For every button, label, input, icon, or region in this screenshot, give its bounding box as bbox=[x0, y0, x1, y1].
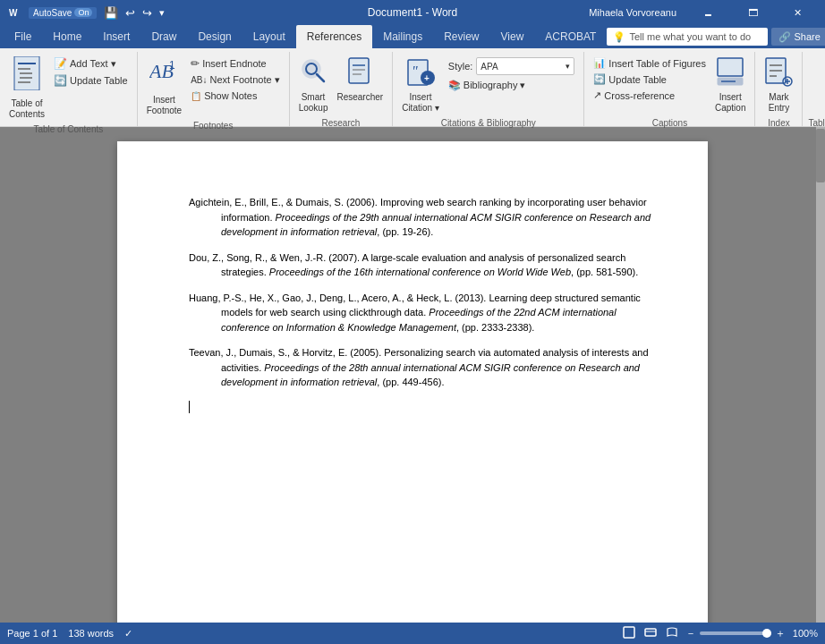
print-layout-button[interactable] bbox=[621, 626, 637, 641]
scrollbar-track[interactable] bbox=[816, 127, 825, 623]
update-table2-button[interactable]: 🔄 Update Table bbox=[590, 72, 710, 87]
undo-icon[interactable]: ↩ bbox=[125, 6, 135, 20]
svg-text:+: + bbox=[424, 73, 430, 83]
captions-group-content: 📊 Insert Table of Figures 🔄 Update Table… bbox=[590, 52, 749, 116]
svg-rect-36 bbox=[624, 627, 634, 638]
table-of-contents-button[interactable]: Table ofContents bbox=[5, 54, 48, 123]
insert-caption-button[interactable]: InsertCaption bbox=[711, 54, 749, 116]
mark-entry-label: MarkEntry bbox=[769, 92, 789, 114]
mark-entry-button[interactable]: MarkEntry bbox=[761, 54, 796, 116]
toc-small-buttons: 📝 Add Text ▾ 🔄 Update Table bbox=[50, 54, 132, 89]
tab-insert[interactable]: Insert bbox=[92, 25, 140, 48]
svg-rect-21 bbox=[718, 58, 743, 76]
tab-design[interactable]: Design bbox=[187, 25, 242, 48]
research-group-content: SmartLookup Researcher bbox=[295, 52, 387, 116]
status-bar: Page 1 of 1 138 words ✓ － ＋ 100% bbox=[0, 623, 825, 644]
zoom-slider[interactable] bbox=[700, 631, 771, 635]
tab-draw[interactable]: Draw bbox=[140, 25, 187, 48]
tab-mailings[interactable]: Mailings bbox=[372, 25, 433, 48]
title-bar-right: Mihaela Vorvoreanu 🗕 🗖 ✕ bbox=[589, 0, 818, 25]
ribbon-group-authorities: MarkCitation Table of Authorities bbox=[803, 52, 825, 126]
style-dropdown[interactable]: Style: APA ▾ bbox=[445, 55, 579, 77]
page-area: Agichtein, E., Brill, E., & Dumais, S. (… bbox=[0, 127, 825, 623]
table-figures-icon: 📊 bbox=[593, 57, 606, 69]
tab-home[interactable]: Home bbox=[42, 25, 92, 48]
svg-rect-13 bbox=[349, 58, 369, 83]
svg-text:": " bbox=[412, 64, 418, 79]
insert-endnote-icon: ✏ bbox=[191, 57, 200, 70]
ribbon-group-footnotes: AB 1 InsertFootnote ✏ Insert Endnote AB↓… bbox=[138, 52, 290, 126]
text-cursor bbox=[189, 401, 190, 413]
update-table-button[interactable]: 🔄 Update Table bbox=[50, 72, 132, 89]
ribbon-group-research: SmartLookup Researcher Research bbox=[290, 52, 394, 126]
more-icon[interactable]: ▾ bbox=[159, 7, 165, 19]
insert-citation-icon: " + bbox=[406, 56, 435, 90]
word-count: 138 words bbox=[68, 628, 114, 640]
read-mode-button[interactable] bbox=[664, 626, 680, 641]
user-name: Mihaela Vorvoreanu bbox=[589, 7, 676, 18]
insert-footnote-button[interactable]: AB 1 InsertFootnote bbox=[143, 54, 185, 119]
captions-small-col: 📊 Insert Table of Figures 🔄 Update Table… bbox=[590, 54, 710, 103]
style-select[interactable]: APA ▾ bbox=[476, 57, 574, 75]
svg-line-12 bbox=[317, 74, 324, 81]
tab-references[interactable]: References bbox=[296, 25, 372, 48]
status-left: Page 1 of 1 138 words ✓ bbox=[7, 628, 132, 640]
next-footnote-button[interactable]: AB↓ Next Footnote ▾ bbox=[187, 72, 284, 88]
tab-review[interactable]: Review bbox=[433, 25, 489, 48]
proofing-icon[interactable]: ✓ bbox=[124, 628, 132, 640]
reference-3: Huang, P.-S., He, X., Gao, J., Deng, L.,… bbox=[189, 291, 654, 335]
restore-button[interactable]: 🗖 bbox=[732, 0, 773, 25]
autosave-indicator[interactable]: AutoSave On bbox=[29, 7, 97, 19]
title-bar-left: W AutoSave On 💾 ↩ ↪ ▾ bbox=[7, 5, 165, 20]
tell-me-bar[interactable]: 💡 Tell me what you want to do bbox=[607, 28, 768, 46]
close-button[interactable]: ✕ bbox=[777, 0, 818, 25]
svg-rect-37 bbox=[645, 629, 656, 636]
save-icon[interactable]: 💾 bbox=[104, 6, 118, 20]
redo-icon[interactable]: ↪ bbox=[142, 6, 152, 20]
bibliography-button[interactable]: 📚 Bibliography ▾ bbox=[445, 78, 579, 93]
svg-text:W: W bbox=[9, 8, 18, 18]
ribbon-group-index: MarkEntry Index bbox=[755, 52, 803, 126]
researcher-icon bbox=[345, 56, 374, 90]
search-placeholder: Tell me what you want to do bbox=[629, 31, 751, 42]
bibliography-icon: 📚 bbox=[448, 80, 461, 91]
dropdown-arrow: ▾ bbox=[566, 62, 570, 71]
citations-small-buttons: Style: APA ▾ 📚 Bibliography ▾ bbox=[445, 54, 579, 93]
ribbon-group-captions: 📊 Insert Table of Figures 🔄 Update Table… bbox=[584, 52, 755, 126]
toc-label: Table ofContents bbox=[9, 98, 45, 120]
researcher-button[interactable]: Researcher bbox=[333, 54, 387, 106]
captions-group-label: Captions bbox=[652, 116, 687, 128]
researcher-label: Researcher bbox=[336, 92, 383, 103]
insert-footnote-icon: AB 1 bbox=[149, 56, 178, 93]
insert-footnote-label: InsertFootnote bbox=[147, 95, 182, 116]
tab-layout[interactable]: Layout bbox=[242, 25, 296, 48]
footnotes-group-label: Footnotes bbox=[193, 119, 233, 131]
insert-table-figures-button[interactable]: 📊 Insert Table of Figures bbox=[590, 55, 710, 71]
scrollbar-thumb[interactable] bbox=[816, 129, 825, 182]
smart-lookup-button[interactable]: SmartLookup bbox=[295, 54, 332, 116]
tab-file[interactable]: File bbox=[4, 25, 42, 48]
cursor-position[interactable] bbox=[189, 401, 654, 413]
zoom-out-button[interactable]: － bbox=[685, 626, 696, 641]
footnotes-small-buttons: ✏ Insert Endnote AB↓ Next Footnote ▾ 📋 S… bbox=[187, 54, 284, 103]
page-count: Page 1 of 1 bbox=[7, 628, 57, 640]
insert-citation-button[interactable]: " + InsertCitation ▾ bbox=[398, 54, 443, 116]
zoom-controls: － ＋ 100% bbox=[685, 626, 818, 641]
share-icon: 🔗 bbox=[778, 31, 791, 43]
add-text-icon: 📝 bbox=[54, 57, 67, 70]
web-layout-button[interactable] bbox=[642, 626, 659, 641]
zoom-in-button[interactable]: ＋ bbox=[775, 626, 786, 641]
insert-caption-label: InsertCaption bbox=[715, 92, 745, 114]
tab-acrobat[interactable]: ACROBAT bbox=[534, 25, 607, 48]
tab-view[interactable]: View bbox=[490, 25, 535, 48]
share-button[interactable]: 🔗 Share bbox=[771, 28, 825, 46]
update-table2-icon: 🔄 bbox=[593, 73, 606, 85]
ribbon-group-citations: " + InsertCitation ▾ Style: APA ▾ 📚 bbox=[393, 52, 584, 126]
add-text-button[interactable]: 📝 Add Text ▾ bbox=[50, 55, 132, 72]
show-notes-button[interactable]: 📋 Show Notes bbox=[187, 89, 284, 103]
minimize-button[interactable]: 🗕 bbox=[687, 0, 728, 25]
cross-reference-button[interactable]: ↗ Cross-reference bbox=[590, 88, 710, 103]
ribbon-tabs: File Home Insert Draw Design Layout Refe… bbox=[0, 25, 825, 48]
style-label: Style: bbox=[448, 61, 473, 72]
insert-endnote-button[interactable]: ✏ Insert Endnote bbox=[187, 55, 284, 72]
